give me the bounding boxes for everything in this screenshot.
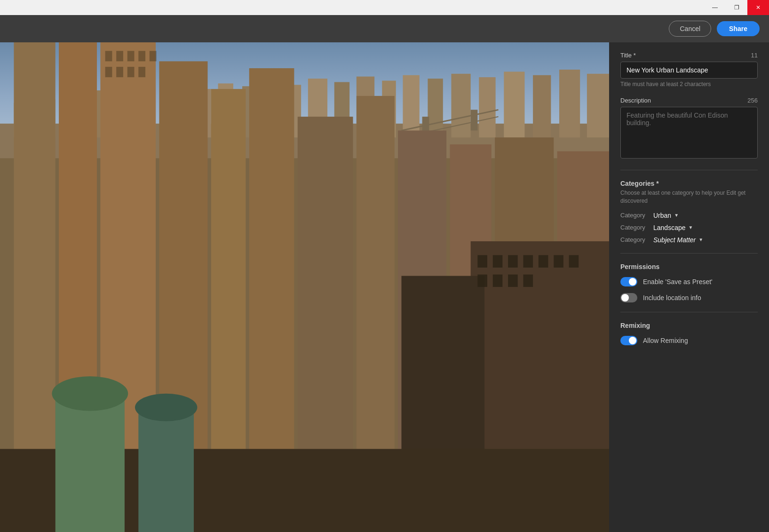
- share-button[interactable]: Share: [717, 21, 760, 36]
- category-value-3: Subject Matter: [653, 236, 696, 244]
- toolbar: Cancel Share: [0, 15, 769, 42]
- description-label-row: Description 256: [620, 97, 758, 104]
- categories-hint: Choose at least one category to help you…: [620, 189, 758, 205]
- svg-rect-88: [508, 275, 518, 287]
- svg-rect-89: [523, 275, 533, 287]
- category-select-1[interactable]: Urban ▼: [653, 212, 679, 219]
- title-label-row: Title * 11: [620, 52, 758, 59]
- permissions-title: Permissions: [620, 263, 758, 270]
- categories-title: Categories *: [620, 180, 758, 187]
- save-preset-label: Enable 'Save as Preset': [643, 278, 713, 286]
- category-label-2: Category: [620, 224, 653, 231]
- category-label-3: Category: [620, 236, 653, 243]
- toggle-thumb-1: [629, 278, 636, 286]
- svg-rect-85: [569, 255, 579, 267]
- location-toggle[interactable]: [620, 293, 637, 302]
- save-preset-toggle[interactable]: [620, 277, 637, 286]
- category-value-2: Landscape: [653, 224, 686, 231]
- svg-rect-91: [55, 394, 125, 532]
- description-count: 256: [747, 97, 758, 104]
- title-hint: Title must have at least 2 characters: [620, 81, 758, 87]
- svg-rect-84: [554, 255, 563, 267]
- category-row-3: Category Subject Matter ▼: [620, 236, 758, 244]
- image-area: [0, 42, 609, 532]
- category-row-2: Category Landscape ▼: [620, 224, 758, 231]
- chevron-down-icon-1: ▼: [674, 213, 679, 218]
- city-photo: [0, 42, 609, 532]
- svg-rect-68: [105, 51, 112, 61]
- toggle-thumb-2: [621, 294, 629, 302]
- svg-rect-70: [127, 51, 135, 61]
- title-label: Title *: [620, 52, 636, 59]
- svg-rect-37: [559, 70, 580, 137]
- permissions-group: Permissions Enable 'Save as Preset' Incl…: [620, 263, 758, 302]
- chevron-down-icon-3: ▼: [698, 237, 703, 242]
- cancel-button[interactable]: Cancel: [669, 21, 711, 37]
- svg-rect-87: [493, 275, 503, 287]
- svg-rect-42: [471, 110, 478, 130]
- svg-rect-35: [504, 71, 524, 137]
- location-label: Include location info: [643, 294, 701, 302]
- description-input[interactable]: [620, 107, 758, 159]
- svg-rect-81: [508, 255, 518, 267]
- cityscape-svg: [0, 42, 609, 532]
- svg-rect-76: [138, 67, 145, 77]
- svg-rect-73: [105, 67, 112, 77]
- svg-rect-80: [493, 255, 503, 267]
- svg-rect-86: [477, 275, 487, 287]
- svg-rect-36: [533, 75, 551, 137]
- title-field-group: Title * 11 Title must have at least 2 ch…: [620, 52, 758, 87]
- category-select-3[interactable]: Subject Matter ▼: [653, 236, 703, 244]
- remixing-group: Remixing Allow Remixing: [620, 322, 758, 345]
- title-input[interactable]: [620, 62, 758, 79]
- allow-remixing-toggle[interactable]: [620, 336, 637, 345]
- svg-rect-79: [477, 255, 487, 267]
- category-value-1: Urban: [653, 212, 671, 219]
- categories-field-group: Categories * Choose at least one categor…: [620, 180, 758, 244]
- toggle-row-2: Include location info: [620, 293, 758, 302]
- toggle-row-1: Enable 'Save as Preset': [620, 277, 758, 286]
- chevron-down-icon-2: ▼: [689, 225, 693, 230]
- remixing-title: Remixing: [620, 322, 758, 329]
- svg-rect-72: [150, 51, 157, 61]
- category-label-1: Category: [620, 212, 653, 219]
- allow-remixing-label: Allow Remixing: [643, 337, 688, 344]
- svg-rect-34: [479, 77, 495, 137]
- svg-point-92: [52, 376, 128, 411]
- svg-rect-74: [116, 67, 123, 77]
- svg-rect-93: [138, 407, 194, 532]
- svg-rect-71: [138, 51, 145, 61]
- svg-rect-33: [451, 74, 470, 137]
- svg-point-94: [135, 394, 197, 421]
- svg-rect-75: [127, 67, 135, 77]
- divider-1: [620, 170, 758, 170]
- right-panel: Title * 11 Title must have at least 2 ch…: [609, 42, 769, 532]
- divider-2: [620, 253, 758, 254]
- minimize-button[interactable]: —: [704, 0, 726, 15]
- maximize-button[interactable]: ❐: [726, 0, 747, 15]
- svg-rect-69: [116, 51, 123, 61]
- svg-rect-82: [523, 255, 533, 267]
- category-row-1: Category Urban ▼: [620, 212, 758, 219]
- svg-rect-83: [539, 255, 548, 267]
- divider-3: [620, 312, 758, 312]
- main-content: Title * 11 Title must have at least 2 ch…: [0, 42, 769, 532]
- toggle-thumb-3: [629, 337, 636, 344]
- title-count: 11: [751, 52, 758, 59]
- toggle-row-3: Allow Remixing: [620, 336, 758, 345]
- svg-rect-38: [587, 74, 609, 137]
- titlebar: — ❐ ✕: [0, 0, 769, 15]
- description-label: Description: [620, 97, 651, 104]
- description-field-group: Description 256: [620, 97, 758, 160]
- category-select-2[interactable]: Landscape ▼: [653, 224, 693, 231]
- close-button[interactable]: ✕: [747, 0, 769, 15]
